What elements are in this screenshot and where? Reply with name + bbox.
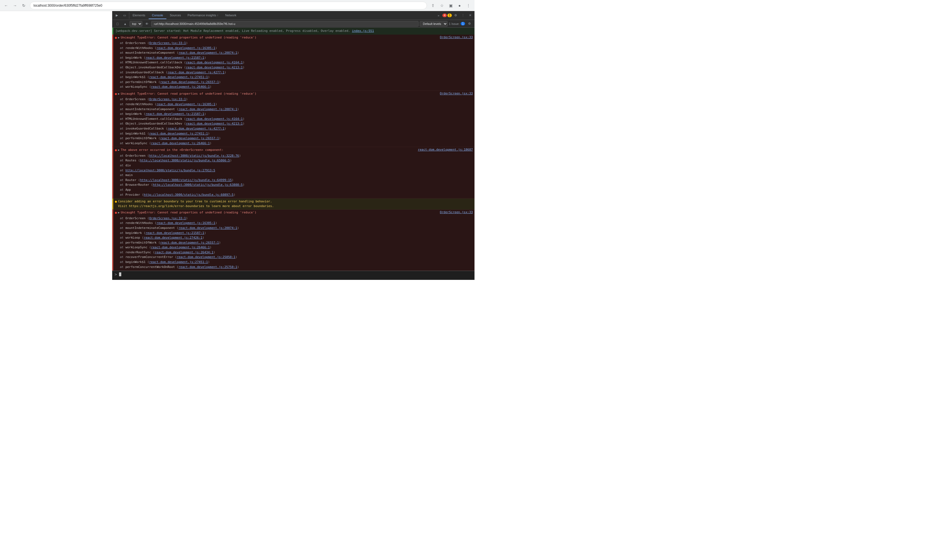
stack-3-8: at App (120, 188, 472, 192)
error-2-toggle[interactable]: ▶ (118, 92, 120, 95)
stack-5-8: at renderRootSync (react-dom.development… (120, 250, 472, 255)
reload-button[interactable]: ↻ (20, 2, 28, 9)
error-3-source[interactable]: react-dom.development.js:18687 (418, 148, 473, 151)
stack-3-4: at http://localhost:3000/static/js/bundl… (120, 168, 472, 173)
error-3-text: The above error occurred in the <OrderSc… (121, 148, 418, 152)
tab-elements[interactable]: Elements (129, 12, 149, 19)
warning-1-main[interactable]: ● Consider adding an error boundary to y… (113, 198, 475, 209)
error-5-main[interactable]: ● ▶ Uncaught TypeError: Cannot read prop… (113, 209, 475, 216)
console-content[interactable]: [webpack-dev-server] Server started: Hot… (112, 28, 475, 280)
stack-2-1: at OrderScreen (OrderScreen.jsx:33:1) (120, 97, 472, 102)
devtools-close-icon[interactable]: ✕ (467, 12, 474, 19)
error-3-dot: ● (115, 148, 117, 152)
error-1-text: Uncaught TypeError: Cannot read properti… (121, 35, 440, 40)
back-button[interactable]: ← (2, 2, 10, 9)
error-1-dot: ● (115, 36, 117, 40)
error-1-toggle[interactable]: ▶ (118, 36, 120, 39)
devtools-panel: ▶ ▭ Elements Console Sources Performance… (112, 11, 475, 280)
devtools-more-icon[interactable]: ⋮ (460, 12, 466, 19)
filter-input[interactable] (151, 21, 418, 26)
error-1-source[interactable]: OrderScreen.jsx:33 (440, 35, 473, 39)
stack-3-1: at OrderScreen (http://localhost:3000/st… (120, 153, 472, 158)
console-error-2: ● ▶ Uncaught TypeError: Cannot read prop… (112, 91, 475, 147)
stack-3-3: at div (120, 163, 472, 168)
warning-badge: 1 (448, 14, 452, 17)
error-1-main[interactable]: ● ▶ Uncaught TypeError: Cannot read prop… (113, 35, 475, 41)
stack-1-7: at invokeGuardedCallback (react-dom.deve… (120, 70, 472, 75)
stack-5-2: at renderWithHooks (react-dom.developmen… (120, 221, 472, 226)
tab-sources[interactable]: Sources (166, 12, 184, 19)
devtools-inspect-icon[interactable]: ▶ (114, 12, 120, 19)
stack-3-2: at Routes (http://localhost:3000/static/… (120, 158, 472, 163)
console-error-1: ● ▶ Uncaught TypeError: Cannot read prop… (112, 35, 475, 91)
profile-icon[interactable]: ● (456, 2, 463, 9)
error-2-text: Uncaught TypeError: Cannot read properti… (121, 92, 440, 96)
address-bar[interactable]: localhost:3000/order/630f5ffd27fa9ff698f… (30, 2, 427, 9)
context-select[interactable]: top (129, 21, 142, 26)
error-5-dot: ● (115, 211, 117, 215)
error-badge: 4 (442, 14, 447, 17)
error-5-source[interactable]: OrderScreen.jsx:33 (440, 211, 473, 214)
console-input-line[interactable]: > (112, 271, 475, 278)
clear-console-icon[interactable]: ⎕ (114, 20, 121, 27)
error-2-main[interactable]: ● ▶ Uncaught TypeError: Cannot read prop… (113, 91, 475, 97)
stack-3-5: at main (120, 173, 472, 178)
stack-1-6: at Object.invokeGuardedCallbackDev (reac… (120, 65, 472, 70)
devtools-toolbar: ⎕ ▲ top 👁 Default levels 1 Issue: 1 ⚙ (112, 20, 475, 28)
stack-1-10: at workLoopSync (react-dom.development.j… (120, 85, 472, 89)
warning-1-dot: ● (115, 200, 117, 203)
levels-select[interactable]: Default levels (420, 21, 448, 26)
stack-2-3: at mountIndeterminateComponent (react-do… (120, 107, 472, 112)
error-2-stack: at OrderScreen (OrderScreen.jsx:33:1) at… (113, 97, 475, 147)
eye-icon[interactable]: 👁 (143, 20, 150, 27)
tab-console[interactable]: Console (149, 12, 166, 19)
devtools-device-icon[interactable]: ▭ (121, 12, 128, 19)
devtools-header-left: ▶ ▭ (114, 12, 129, 19)
stack-2-10: at workLoopSync (react-dom.development.j… (120, 141, 472, 146)
error-5-toggle[interactable]: ▶ (118, 211, 120, 214)
stack-5-7: at workLoopSync (react-dom.development.j… (120, 245, 472, 250)
share-icon[interactable]: ⇧ (429, 2, 437, 9)
error-3-main[interactable]: ● ▶ The above error occurred in the <Ord… (113, 147, 475, 153)
stack-1-4: at beginWork (react-dom.development.js:2… (120, 55, 472, 60)
stack-1-9: at performUnitOfWork (react-dom.developm… (120, 80, 472, 85)
error-3-toggle[interactable]: ▶ (118, 148, 120, 151)
info-text: [webpack-dev-server] Server started: Hot… (115, 29, 350, 33)
url-text: localhost:3000/order/630f5ffd27fa9ff698f… (34, 4, 102, 8)
issues-label: 1 Issue: (449, 22, 460, 25)
stack-5-11: at performConcurrentWorkOnRoot (react-do… (120, 265, 472, 269)
issues-count-badge: 1 (461, 22, 465, 25)
stack-1-3: at mountIndeterminateComponent (react-do… (120, 51, 472, 55)
stack-5-4: at beginWork (react-dom.development.js:2… (120, 231, 472, 235)
devtools-gear-icon[interactable]: ⚙ (466, 20, 473, 27)
stack-2-5: at HTMLUnknownElement.callCallback (reac… (120, 117, 472, 122)
stack-2-7: at invokeGuardedCallback (react-dom.deve… (120, 126, 472, 131)
extensions-icon[interactable]: ▣ (447, 2, 455, 9)
stack-1-8: at beginWork$1 (react-dom.development.js… (120, 75, 472, 80)
stack-1-1: at OrderScreen (OrderScreen.jsx:33:1) (120, 41, 472, 46)
error-5-text: Uncaught TypeError: Cannot read properti… (121, 211, 440, 215)
devtools-settings-icon[interactable]: ⚙ (452, 12, 459, 19)
stack-5-3: at mountIndeterminateComponent (react-do… (120, 226, 472, 231)
stack-3-6: at Router (http://localhost:3000/static/… (120, 178, 472, 183)
console-warning-1: ● Consider adding an error boundary to y… (112, 198, 475, 209)
browser-chrome: ← → ↻ localhost:3000/order/630f5ffd27fa9… (0, 0, 475, 11)
page-content (0, 11, 112, 280)
devtools-overflow-icon[interactable]: » (435, 12, 442, 19)
info-source-link[interactable]: index.js:551 (352, 29, 374, 33)
stack-1-5: at HTMLUnknownElement.callCallback (reac… (120, 60, 472, 65)
stack-3-9: at Provider (http://localhost:3000/stati… (120, 192, 472, 197)
stack-3-7: at BrowserRouter (http://localhost:3000/… (120, 182, 472, 188)
bookmark-icon[interactable]: ☆ (438, 2, 446, 9)
error-2-source[interactable]: OrderScreen.jsx:33 (440, 92, 473, 95)
filter-icon[interactable]: ▲ (122, 20, 128, 27)
stack-5-6: at performUnitOfWork (react-dom.developm… (120, 240, 472, 245)
tab-network[interactable]: Network (222, 12, 240, 19)
nav-buttons: ← → ↻ (2, 2, 28, 9)
menu-icon[interactable]: ⋮ (465, 2, 472, 9)
main-layout: ▶ ▭ Elements Console Sources Performance… (0, 11, 475, 280)
console-prompt: > (115, 272, 117, 277)
error-3-stack: at OrderScreen (http://localhost:3000/st… (113, 153, 475, 198)
tab-performance-insights[interactable]: Performance insights ↑ (185, 12, 222, 19)
forward-button[interactable]: → (11, 2, 19, 9)
